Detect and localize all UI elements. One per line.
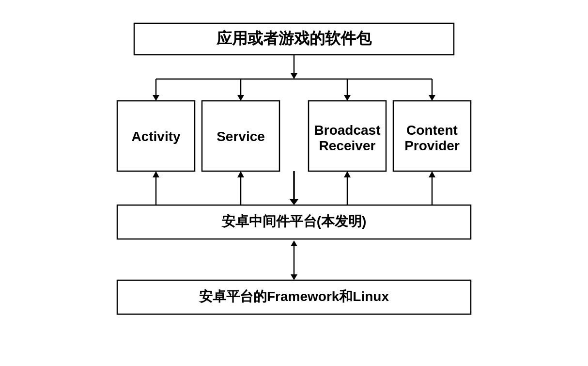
top-box-label: 应用或者游戏的软件包 bbox=[216, 30, 372, 47]
diagram-svg: 应用或者游戏的软件包 Activity Service bbox=[105, 18, 483, 348]
svg-marker-25 bbox=[429, 171, 435, 177]
svg-marker-2 bbox=[291, 73, 297, 79]
receiver-label: Receiver bbox=[319, 138, 376, 153]
svg-marker-11 bbox=[429, 95, 435, 101]
service-label: Service bbox=[217, 129, 265, 144]
activity-label: Activity bbox=[131, 129, 181, 144]
linux-label: 安卓平台的Framework和Linux bbox=[198, 288, 389, 304]
svg-marker-19 bbox=[237, 171, 244, 177]
svg-marker-9 bbox=[344, 95, 351, 101]
svg-marker-29 bbox=[291, 274, 297, 280]
svg-marker-7 bbox=[237, 95, 244, 101]
platform-label: 安卓中间件平台(本发明) bbox=[221, 213, 367, 229]
architecture-diagram: 应用或者游戏的软件包 Activity Service bbox=[62, 18, 526, 348]
provider-label: Provider bbox=[404, 138, 460, 153]
svg-marker-21 bbox=[290, 199, 298, 205]
svg-marker-23 bbox=[344, 171, 351, 177]
svg-marker-17 bbox=[153, 171, 159, 177]
svg-marker-27 bbox=[291, 240, 297, 246]
content-label: Content bbox=[406, 123, 458, 138]
svg-marker-5 bbox=[153, 95, 159, 101]
broadcast-label: Broadcast bbox=[314, 123, 381, 138]
